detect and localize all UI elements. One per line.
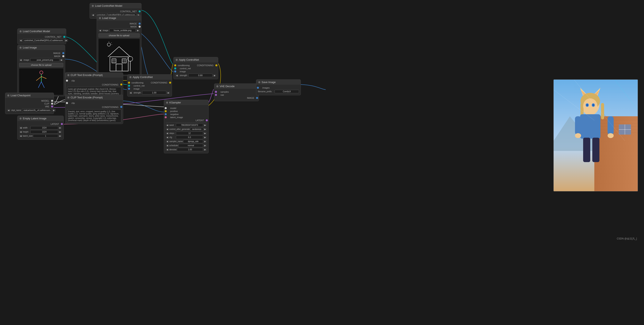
- watermark: CSDN @金汉[凡_]: [617, 237, 637, 240]
- batch-left[interactable]: ◀: [19, 135, 22, 137]
- strength2-right-btn[interactable]: ▶: [213, 74, 216, 77]
- image-output-vae: [256, 97, 258, 99]
- clip-input-port-2: [66, 102, 68, 104]
- svg-rect-49: [583, 138, 590, 162]
- image2-right-btn[interactable]: ▶: [136, 29, 140, 32]
- control-net-output-label-2: CONTROL_NET: [120, 10, 137, 13]
- denoise-right[interactable]: ▶: [204, 148, 207, 151]
- control-net-output-label: CONTROL_NET: [45, 36, 62, 38]
- clip-text-encode-1-title: CLIP Text Encode (Prompt): [71, 74, 103, 77]
- image1-left-btn[interactable]: ◀: [19, 59, 22, 61]
- conditioning-input-label-1: conditioning: [129, 82, 151, 84]
- sampler-left[interactable]: ◀: [166, 140, 169, 143]
- seed-left[interactable]: ◀: [166, 124, 169, 126]
- node-dot-8: [130, 76, 132, 78]
- scheduler-value: normal: [178, 144, 203, 147]
- ksampler: KSampler model positive negative latent_…: [164, 100, 209, 153]
- svg-point-39: [583, 98, 598, 114]
- clip-output-port: [51, 103, 53, 105]
- steps-value: 12: [176, 132, 203, 135]
- image-input-label-2: image: [180, 70, 186, 73]
- load-checkpoint: Load Checkpoint MODEL CLIP VAE ◀ ckpt_na…: [5, 93, 54, 114]
- node-dot-5: [7, 95, 9, 97]
- clip-text-encode-negative: CLIP Text Encode (Prompt) clip CONDITION…: [65, 95, 123, 124]
- latent-input-port: [165, 116, 167, 118]
- strength2-left-btn[interactable]: ◀: [175, 74, 178, 77]
- save-image-header: Save Image: [256, 80, 301, 85]
- cag-value: randomize: [190, 128, 203, 131]
- width-right[interactable]: ▶: [58, 126, 62, 129]
- svg-line-4: [38, 82, 41, 88]
- control-net-output-port: [63, 36, 65, 38]
- negative-input-port: [165, 113, 167, 115]
- save-image-title: Save Image: [262, 81, 276, 84]
- scheduler-left[interactable]: ◀: [166, 144, 169, 147]
- control2-left-btn[interactable]: ◀: [92, 14, 95, 16]
- conditioning-output-port-1: [120, 84, 122, 86]
- svg-line-3: [41, 77, 46, 79]
- width-left[interactable]: ◀: [19, 126, 22, 129]
- control-left-btn[interactable]: ◀: [19, 39, 22, 42]
- load-image-2-header: Load Image: [97, 16, 141, 21]
- scheduler-right[interactable]: ▶: [204, 144, 207, 147]
- choose-file-btn-2[interactable]: choose file to upload: [98, 33, 140, 38]
- clip-input-label-2: clip: [72, 102, 75, 104]
- steps-left[interactable]: ◀: [166, 132, 169, 135]
- image2-left-btn[interactable]: ◀: [98, 29, 102, 32]
- svg-point-14: [107, 43, 110, 46]
- ckpt-left-btn[interactable]: ◀: [7, 109, 10, 112]
- height-left[interactable]: ◀: [19, 131, 22, 133]
- mask-output-port-2: [138, 26, 141, 28]
- steps-right[interactable]: ▶: [204, 132, 207, 135]
- negative-prompt-text[interactable]: (hands), text, error, cropped, (worst qu…: [67, 109, 121, 123]
- seed-right[interactable]: ▶: [204, 124, 207, 126]
- cag-right[interactable]: ▶: [204, 128, 207, 131]
- choose-file-btn-1[interactable]: choose file to upload: [19, 63, 63, 67]
- image-output-label-1: IMAGE: [53, 52, 60, 54]
- width-value: 1024: [30, 126, 58, 130]
- node-dot-12: [258, 81, 260, 83]
- seed-value: 786339347181973: [176, 123, 203, 127]
- ksampler-header: KSampler: [164, 100, 208, 105]
- node-dot-4: [99, 17, 101, 19]
- vae-decode: VAE Decode samples vae IMAGE: [214, 84, 259, 101]
- cfg-left[interactable]: ◀: [166, 136, 169, 139]
- image-input-1: [128, 88, 130, 90]
- node-dot-13: [20, 118, 22, 120]
- node-dot-10: [166, 102, 168, 104]
- sampler-right[interactable]: ▶: [204, 140, 207, 143]
- vae-decode-title: VAE Decode: [220, 85, 234, 88]
- load-image-1: Load Image IMAGE MASK ◀ image pose_prese…: [17, 45, 65, 96]
- conditioning-input-port-1: [128, 82, 130, 84]
- strength1-left-btn[interactable]: ◀: [129, 91, 132, 94]
- cag-left[interactable]: ◀: [166, 128, 169, 131]
- load-image-2-title: Load Image: [102, 17, 116, 20]
- apply-controlnet-1: Apply ControlNet conditioning CONDITIONI…: [127, 74, 172, 97]
- control-net-input-label-1: control_net: [134, 85, 144, 87]
- conditioning-input-port-2: [174, 64, 176, 66]
- ckpt-right-btn[interactable]: ▶: [52, 109, 56, 112]
- empty-latent-image: Empty Latent Image LATENT ◀ width 1024 ▶…: [17, 116, 64, 140]
- sampler-value: dpmpp_sde: [183, 140, 203, 143]
- images-input-label: images: [262, 87, 270, 89]
- svg-line-16: [111, 42, 112, 43]
- denoise-left[interactable]: ◀: [166, 148, 169, 151]
- height-right[interactable]: ▶: [58, 131, 62, 133]
- control-net-input-label-2: control_net: [180, 67, 191, 70]
- height-value: 1024: [30, 130, 58, 134]
- control-net-output-port-2: [138, 11, 141, 13]
- cfg-right[interactable]: ▶: [204, 136, 207, 139]
- model-output-label: MODEL: [41, 100, 49, 102]
- vae-input-port: [215, 94, 217, 96]
- batch-value: 1: [33, 134, 58, 138]
- batch-right[interactable]: ▶: [58, 135, 62, 137]
- load-controlnet-model-1-title: Load ControlNet Model: [23, 30, 50, 33]
- apply-controlnet-2-title: Apply ControlNet: [179, 58, 199, 61]
- strength1-right-btn[interactable]: ▶: [167, 91, 170, 94]
- control-right-btn[interactable]: ▶: [65, 39, 68, 42]
- image1-right-btn[interactable]: ▶: [60, 59, 63, 61]
- ksampler-title: KSampler: [169, 101, 181, 104]
- load-controlnet-model-2-title: Load ControlNet Model: [95, 4, 122, 7]
- vae-output-port: [51, 106, 53, 108]
- samples-input-port: [215, 91, 217, 93]
